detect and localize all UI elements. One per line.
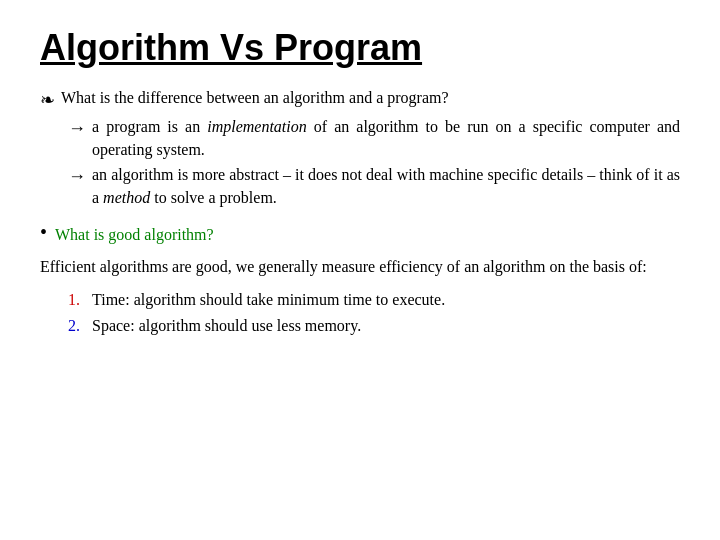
slide: Algorithm Vs Program ❧ What is the diffe… [0,0,720,540]
arrow-icon-2: → [68,163,86,189]
main-bullet-text: What is the difference between an algori… [61,86,449,109]
numbered-item-1: 1. Time: algorithm should take minimum t… [68,288,680,311]
num-text-1: Time: algorithm should take minimum time… [92,288,445,311]
main-bullet: ❧ What is the difference between an algo… [40,86,680,113]
numbered-item-2: 2. Space: algorithm should use less memo… [68,314,680,337]
slide-content: ❧ What is the difference between an algo… [40,86,680,512]
green-dot-symbol: • [40,221,47,244]
arrow-icon-1: → [68,115,86,141]
main-bullet-symbol: ❧ [40,87,55,113]
slide-title: Algorithm Vs Program [40,28,680,68]
main-bullet-group: ❧ What is the difference between an algo… [40,86,680,212]
efficiency-para: Efficient algorithms are good, we genera… [40,255,680,278]
green-bullet-text: What is good algorithm? [55,223,214,246]
sub-bullet-1: → a program is an implementation of an a… [68,115,680,161]
num-label-2: 2. [68,314,86,337]
num-text-2: Space: algorithm should use less memory. [92,314,361,337]
num-label-1: 1. [68,288,86,311]
sub-bullet-2: → an algorithm is more abstract – it doe… [68,163,680,209]
sub-bullet-1-text: a program is an implementation of an alg… [92,115,680,161]
green-bullet-item: • What is good algorithm? [40,223,680,246]
numbered-list: 1. Time: algorithm should take minimum t… [68,288,680,337]
sub-bullet-2-text: an algorithm is more abstract – it does … [92,163,680,209]
